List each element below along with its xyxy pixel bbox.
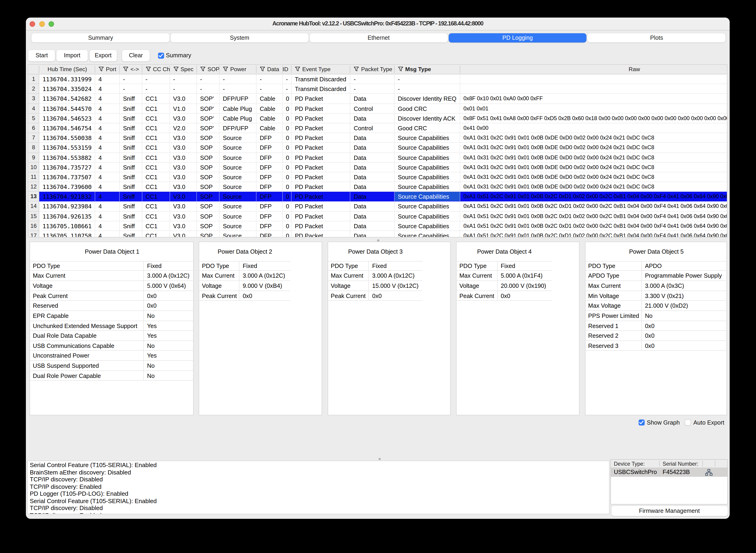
cell-spec[interactable]: - (170, 84, 197, 94)
cell-cc[interactable]: CC1 (142, 202, 170, 211)
cell-raw[interactable]: 0xA1 0x31 0x2C 0x91 0x01 0x0B 0xDE 0xD0 … (460, 133, 727, 143)
cell-port[interactable]: 4 (95, 84, 120, 94)
cell-cc[interactable]: CC1 (142, 153, 170, 162)
cell-cc[interactable]: CC1 (142, 231, 170, 237)
start-button[interactable]: Start (28, 50, 55, 61)
cell-data[interactable]: DFP (256, 211, 283, 221)
pdo-row[interactable]: PDO TypeFixed (328, 261, 422, 271)
cell-spec[interactable]: V3.0 (170, 143, 197, 153)
cell-packet_type[interactable]: Data (351, 221, 395, 231)
pdo-row[interactable]: Dual Role Data CapableYes (29, 331, 194, 341)
cell-event_type[interactable]: PD Packet (292, 211, 351, 221)
pdo-row[interactable]: PPS Power LimitedNo (585, 311, 727, 321)
summary-checkbox[interactable] (158, 53, 164, 59)
cell-msg_type[interactable]: Source Capabilities (395, 221, 460, 231)
cell-id[interactable]: 0 (283, 133, 292, 143)
cell-event_type[interactable]: Transmit Discarded (292, 74, 351, 84)
cell-dir[interactable]: Sniff (120, 114, 142, 123)
cell-data[interactable]: DFP (256, 162, 283, 172)
cell-msg_type[interactable]: Source Capabilities (395, 211, 460, 221)
cell-id[interactable]: - (283, 74, 292, 84)
cell-power[interactable]: Source (220, 211, 256, 221)
cell-hub_time[interactable]: 1136704.921832 (39, 192, 95, 202)
cell-hub_time[interactable]: 1136705.108661 (39, 221, 95, 231)
cell-cc[interactable]: CC1 (142, 94, 170, 104)
cell-packet_type[interactable]: Control (351, 123, 395, 133)
cell-port[interactable]: 4 (95, 143, 120, 153)
cell-power[interactable]: DFP/UFP (220, 123, 256, 133)
cell-id[interactable]: 0 (283, 123, 292, 133)
pdo-row[interactable]: Voltage20.000 V (0x190) (456, 281, 551, 291)
pdo-row[interactable]: Max Current3.000 A (0x12C) (29, 271, 194, 281)
cell-dir[interactable]: Sniff (120, 221, 142, 231)
cell-packet_type[interactable]: Data (351, 162, 395, 172)
cell-dir[interactable]: Sniff (120, 94, 142, 104)
log-row-7[interactable]: 71136704.5500384SniffCC1V3.0SOPSourceDFP… (28, 133, 727, 143)
tab-pd-logging[interactable]: PD Logging (448, 33, 587, 43)
cell-packet_type[interactable]: Data (351, 231, 395, 237)
cell-dir[interactable]: - (120, 84, 142, 94)
cell-packet_type[interactable]: Control (351, 104, 395, 113)
cell-packet_type[interactable]: Data (351, 202, 395, 211)
cell-msg_type[interactable]: - (395, 84, 460, 94)
cell-port[interactable]: 4 (95, 162, 120, 172)
cell-event_type[interactable]: PD Packet (292, 123, 351, 133)
pdo-row[interactable]: PDO TypeFixed (456, 261, 551, 271)
cell-raw[interactable]: 0xA1 0x31 0x2C 0x91 0x01 0x0B 0xDE 0xD0 … (460, 162, 727, 172)
log-row-6[interactable]: 61136704.5467544SniffCC1V2.0SOP'DFP/UFPC… (28, 123, 727, 133)
log-row-10[interactable]: 101136704.7357274SniffCC1V3.0SOPSourceDF… (28, 162, 727, 172)
cell-sop[interactable]: SOP (197, 221, 220, 231)
cell-spec[interactable]: V3.0 (170, 153, 197, 162)
cell-raw[interactable] (460, 74, 727, 84)
cell-hub_time[interactable]: 1136704.550038 (39, 133, 95, 143)
column-header-port[interactable]: Port (95, 65, 120, 74)
auto-export-checkbox[interactable] (685, 419, 691, 425)
cell-power[interactable]: Cable Plug (220, 114, 256, 123)
pdo-row[interactable]: Reserved 10x0 (585, 321, 727, 331)
cell-dir[interactable]: Sniff (120, 104, 142, 113)
cell-packet_type[interactable]: - (351, 84, 395, 94)
cell-packet_type[interactable]: Data (351, 172, 395, 182)
cell-raw[interactable] (460, 84, 727, 94)
cell-cc[interactable]: CC1 (142, 123, 170, 133)
pdo-row[interactable]: Peak Current0x0 (199, 291, 290, 301)
pdo-row[interactable]: Peak Current0x0 (328, 291, 422, 301)
pdo-row[interactable]: PDO TypeFixed (29, 261, 194, 271)
column-header-dir[interactable]: <-> (120, 65, 142, 74)
pdo-row[interactable]: EPR CapableNo (29, 311, 194, 321)
cell-msg_type[interactable]: Good CRC (395, 123, 460, 133)
cell-cc[interactable]: CC1 (142, 182, 170, 192)
cell-power[interactable]: Source (220, 192, 256, 202)
cell-data[interactable]: DFP (256, 172, 283, 182)
pd-log-table[interactable]: Hub Time (Sec)Port<->CC ChSpecSOPPowerDa… (28, 64, 727, 237)
pdo-row[interactable]: Min Voltage3.300 V (0x21) (585, 291, 727, 301)
cell-id[interactable]: 0 (283, 94, 292, 104)
cell-cc[interactable]: CC1 (142, 104, 170, 113)
cell-hub_time[interactable]: 1136704.542682 (39, 94, 95, 104)
log-row-1[interactable]: 11136704.3319994-------Transmit Discarde… (28, 74, 727, 84)
cell-event_type[interactable]: PD Packet (292, 182, 351, 192)
cell-data[interactable]: DFP (256, 153, 283, 162)
cell-id[interactable]: 0 (283, 202, 292, 211)
cell-sop[interactable]: SOP (197, 162, 220, 172)
cell-power[interactable]: Source (220, 202, 256, 211)
pdo-row[interactable]: APDO TypeProgrammable Power Supply (585, 271, 727, 281)
cell-power[interactable]: Source (220, 153, 256, 162)
cell-spec[interactable]: V3.0 (170, 162, 197, 172)
cell-sop[interactable]: SOP (197, 211, 220, 221)
cell-sop[interactable]: SOP' (197, 94, 220, 104)
cell-hub_time[interactable]: 1136704.735727 (39, 162, 95, 172)
cell-data[interactable]: Cable (256, 123, 283, 133)
cell-sop[interactable]: SOP (197, 172, 220, 182)
pdo-row[interactable]: PDO TypeAPDO (585, 261, 727, 271)
cell-event_type[interactable]: PD Packet (292, 133, 351, 143)
cell-raw[interactable]: 0xA1 0x51 0x2C 0x91 0x01 0x0B 0x2C 0xD1 … (460, 192, 727, 202)
cell-msg_type[interactable]: Source Capabilities (395, 133, 460, 143)
cell-dir[interactable]: Sniff (120, 133, 142, 143)
pdo-row[interactable]: USB Suspend SupportedNo (29, 361, 194, 371)
cell-event_type[interactable]: PD Packet (292, 94, 351, 104)
cell-sop[interactable]: SOP (197, 143, 220, 153)
pdo-row[interactable]: Unconstrained PowerYes (29, 351, 194, 361)
cell-sop[interactable]: SOP (197, 182, 220, 192)
cell-id[interactable]: 0 (283, 192, 292, 202)
